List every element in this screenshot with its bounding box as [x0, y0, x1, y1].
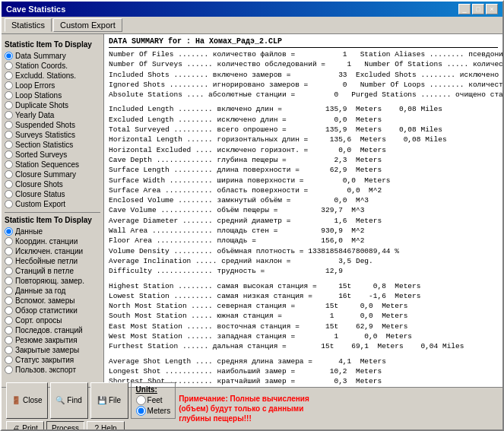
radio-zakrytye-zamery[interactable]: Закрытые замеры — [5, 345, 100, 355]
header-text: DATA SUMMARY for : На Хомах_Радэ_2.CLP — [109, 37, 282, 46]
line-longest-shot: Longest Shot ........... наибольший заме… — [109, 366, 498, 376]
radio-status-zakrytiya[interactable]: Статус закрытия — [5, 355, 100, 365]
radio-koordin-stancii[interactable]: Координ. станции — [5, 236, 100, 246]
radio-nesbojnye-petli[interactable]: Несбойные петли — [5, 256, 100, 266]
radio-obzor-statistiki[interactable]: Обзор статистики — [5, 306, 100, 315]
bottom-bar: 🚪 Close 🔍 Find 💾 File Units: F — [2, 387, 502, 429]
radio-suspended-shots[interactable]: Suspended Shots — [5, 120, 100, 130]
file-button[interactable]: 💾 File — [90, 382, 128, 419]
line-average-inclination: Average Inclination ..... средний наклон… — [109, 256, 498, 266]
data-summary-header: DATA SUMMARY for : На Хомах_Радэ_2.CLP — [109, 37, 498, 46]
radio-poltova-eksport[interactable]: Пользов. экспорт — [5, 365, 100, 375]
left-panel: Statistic Item To Display Data Summary S… — [2, 34, 104, 387]
line-average-shot-length: Average Shot Length .... средняя длина з… — [109, 357, 498, 366]
file-icon: 💾 — [97, 396, 106, 404]
line-north-most-station: North Most Station ..... северная станци… — [109, 301, 498, 311]
radio-closure-status[interactable]: Closure Status — [5, 189, 100, 199]
line-included-length: Included Length ........ включено длин =… — [109, 104, 498, 114]
line-difficulty: Difficulty ............. трудность = 12,… — [109, 266, 498, 276]
print-icon: 🖨 — [12, 424, 20, 432]
radio-stancij-v-petle[interactable]: Станций в петле — [5, 266, 100, 276]
minimize-button[interactable]: _ — [458, 4, 471, 14]
close-icon: 🚪 — [11, 396, 21, 404]
line-east-most-station: East Most Station ...... восточная станц… — [109, 322, 498, 331]
units-label: Units: — [136, 385, 171, 394]
radio-custom-export[interactable]: Custom Export — [5, 199, 100, 209]
line-average-diameter: Average Diameter ....... средний диаметр… — [109, 216, 498, 226]
line-horizontal-length: Horizontal Length ...... горизонтальных … — [109, 135, 498, 144]
radio-data-summary[interactable]: Data Summary — [5, 51, 100, 61]
radio-loop-errors[interactable]: Loop Errors — [5, 81, 100, 90]
line-volume-density: Volume Density ......... объёмная плотно… — [109, 246, 498, 256]
line-west-most-station: West Most Station ...... западная станци… — [109, 331, 498, 341]
line-cave-depth: Cave Depth ............. глубина пещеры … — [109, 155, 498, 165]
close-button[interactable]: × — [486, 4, 498, 14]
title-bar: Cave Statistics _ □ × — [2, 2, 502, 17]
line-excluded-length: Excluded Length ........ исключено длин … — [109, 115, 498, 125]
line-number-of-surveys: Number Of Surveys ...... количество обсл… — [109, 59, 498, 69]
menu-bar: Statistics Custom Export — [2, 17, 502, 34]
line-horizontal-excluded: Horizontal Excluded .... исключено гориз… — [109, 145, 498, 155]
content-area: Statistic Item To Display Data Summary S… — [2, 34, 502, 387]
help-icon: ? — [95, 424, 100, 432]
line-surface-length: Surface Length ......... длина поверхнос… — [109, 165, 498, 175]
line-wall-area: Wall Area .............. площадь стен = … — [109, 226, 498, 236]
section1-title: Statistic Item To Display — [5, 40, 100, 49]
print-button[interactable]: 🖨 Print — [6, 421, 44, 432]
tab-custom-export[interactable]: Custom Export — [53, 18, 122, 32]
note-text: Примечание: Полные вычисления (объем) бу… — [179, 394, 331, 423]
line-included-shots: Included Shots ........ включено замеров… — [109, 70, 498, 80]
radio-section-statistics[interactable]: Section Statistics — [5, 140, 100, 150]
line-south-most-station: South Most Station ..... южная станция =… — [109, 311, 498, 321]
line-lowest-station: Lowest Station ......... самая низкая ст… — [109, 291, 498, 301]
tab-statistics[interactable]: Statistics — [5, 18, 52, 32]
radio-dannye-za-god[interactable]: Данные за год — [5, 286, 100, 296]
radio-sort-oprosy[interactable]: Сорт. опросы — [5, 315, 100, 325]
line-cave-volume: Cave Volume ............ объём пещеры = … — [109, 205, 498, 215]
line-absolute-stations: Absolute Stations .... абсолютные станци… — [109, 90, 498, 100]
radio-dannye[interactable]: Данные — [5, 227, 100, 236]
process-button[interactable]: Process — [46, 421, 84, 432]
line-number-of-files: Number Of Files ....... количество файло… — [109, 49, 498, 59]
radio-closure-shots[interactable]: Closure Shots — [5, 179, 100, 189]
radio-yearly-data[interactable]: Yearly Data — [5, 110, 100, 120]
radio-closure-summary[interactable]: Closure Summary — [5, 170, 100, 179]
meters-radio[interactable] — [136, 406, 146, 416]
radio-posledov-stancij[interactable]: Последов. станций — [5, 325, 100, 335]
find-button[interactable]: 🔍 Find — [50, 382, 88, 419]
meters-radio-label[interactable]: Meters — [136, 406, 171, 416]
close-button[interactable]: 🚪 Close — [6, 382, 48, 419]
radio-isklyuchen-stancii[interactable]: Исключен. станции — [5, 246, 100, 256]
help-button[interactable]: ? Help — [87, 421, 125, 432]
units-box: Units: Feet Meters — [131, 382, 176, 419]
maximize-button[interactable]: □ — [472, 4, 484, 14]
line-surface-area: Surface Area ........... область поверхн… — [109, 185, 498, 195]
main-window: Cave Statistics _ □ × Statistics Custom … — [0, 0, 504, 431]
radio-loop-stations[interactable]: Loop Stations — [5, 90, 100, 100]
feet-radio-label[interactable]: Feet — [136, 395, 171, 405]
feet-radio[interactable] — [136, 395, 146, 405]
radio-duplicate-shots[interactable]: Duplicate Shots — [5, 100, 100, 110]
radio-station-coords[interactable]: Station Coords. — [5, 61, 100, 71]
find-icon: 🔍 — [55, 396, 65, 404]
window-title: Cave Statistics — [6, 5, 65, 14]
line-furthest-station: Furthest Station ...... дальная станция … — [109, 341, 498, 351]
line-highest-station: Highest Station ........ самая высокая с… — [109, 281, 498, 291]
line-enclosed-volume: Enclosed Volume ........ замкнутый объём… — [109, 195, 498, 205]
radio-sorted-surveys[interactable]: Sorted Surveys — [5, 150, 100, 160]
line-total-surveyed: Total Surveyed ......... всего опрошено … — [109, 125, 498, 135]
radio-rezyume-zakrytiya[interactable]: Резюме закрытия — [5, 335, 100, 345]
right-panel: DATA SUMMARY for : На Хомах_Радэ_2.CLP N… — [104, 34, 502, 387]
radio-station-sequences[interactable]: Station Sequences — [5, 160, 100, 170]
radio-vspomog-zamery[interactable]: Вспомог. замеры — [5, 296, 100, 306]
section2-title: Statistic Item To Display — [5, 216, 100, 224]
radio-excludd-stations[interactable]: Excludd. Stations. — [5, 71, 100, 81]
radio-surveys-statistics[interactable]: Surveys Statistics — [5, 130, 100, 140]
line-ignored-shots: Ignored Shots ......... игнорировано зам… — [109, 80, 498, 90]
title-bar-buttons: _ □ × — [458, 4, 498, 14]
radio-povtoryayushch-zamer[interactable]: Повторяющ. замер. — [5, 276, 100, 286]
line-surface-width: Surface Width .......... ширина поверхно… — [109, 176, 498, 185]
line-floor-area: Floor Area ............. площадь = 156,0… — [109, 236, 498, 246]
